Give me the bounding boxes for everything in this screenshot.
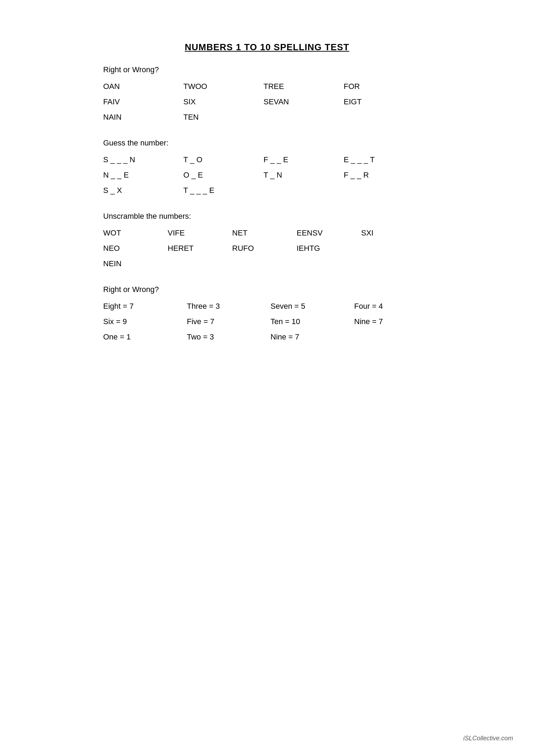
section-right-or-wrong-1: Right or Wrong? OAN TWOO TREE FOR FAIV S…	[103, 65, 431, 122]
unscramble-neo: NEO	[103, 244, 168, 253]
section-unscramble: Unscramble the numbers: WOT VIFE NET EEN…	[103, 212, 431, 268]
guess-t-o: T _ O	[183, 155, 264, 164]
word-sevan: SEVAN	[264, 97, 344, 106]
page-title: NUMBERS 1 TO 10 SPELLING TEST	[103, 42, 431, 53]
eq-seven-5: Seven = 5	[270, 302, 354, 311]
word-eigt: EIGT	[344, 97, 424, 106]
section-right-or-wrong-2: Right or Wrong? Eight = 7 Three = 3 Seve…	[103, 285, 431, 342]
section1-row-3: NAIN TEN	[103, 113, 431, 122]
word-ten: TEN	[183, 113, 264, 122]
section4-row-2: Six = 9 Five = 7 Ten = 10 Nine = 7	[103, 317, 431, 326]
unscramble-vife: VIFE	[168, 229, 232, 238]
section-guess-number: Guess the number: S _ _ _ N T _ O F _ _ …	[103, 139, 431, 195]
section4-row-3: One = 1 Two = 3 Nine = 7	[103, 332, 431, 342]
word-twoo: TWOO	[183, 82, 264, 91]
eq-five-7: Five = 7	[187, 317, 270, 326]
unscramble-iehtg: IEHTG	[297, 244, 361, 253]
eq-two-3: Two = 3	[187, 332, 270, 342]
section2-label: Guess the number:	[103, 139, 431, 148]
word-faiv: FAIV	[103, 97, 183, 106]
unscramble-sxi: SXI	[361, 229, 426, 238]
guess-s---n: S _ _ _ N	[103, 155, 183, 164]
guess-e---t: E _ _ _ T	[344, 155, 424, 164]
section3-row-3: NEIN	[103, 259, 431, 268]
unscramble-heret: HERET	[168, 244, 232, 253]
eq-ten-10: Ten = 10	[270, 317, 354, 326]
eq-eight-7: Eight = 7	[103, 302, 187, 311]
section3-row-1: WOT VIFE NET EENSV SXI	[103, 229, 431, 238]
word-oan: OAN	[103, 82, 183, 91]
eq-nine-7-2: Nine = 7	[270, 332, 354, 342]
section4-row-1: Eight = 7 Three = 3 Seven = 5 Four = 4	[103, 302, 431, 311]
eq-three-3: Three = 3	[187, 302, 270, 311]
eq-six-9: Six = 9	[103, 317, 187, 326]
section2-row-3: S _ X T _ _ _ E	[103, 186, 431, 195]
word-tree: TREE	[264, 82, 344, 91]
unscramble-eensv: EENSV	[297, 229, 361, 238]
unscramble-nein: NEIN	[103, 259, 168, 268]
word-nain: NAIN	[103, 113, 183, 122]
section3-row-2: NEO HERET RUFO IEHTG	[103, 244, 431, 253]
section4-label: Right or Wrong?	[103, 285, 431, 294]
guess-o-e: O _ E	[183, 171, 264, 180]
unscramble-net: NET	[232, 229, 297, 238]
guess-f--e: F _ _ E	[264, 155, 344, 164]
guess-f--r: F _ _ R	[344, 171, 424, 180]
section2-row-2: N _ _ E O _ E T _ N F _ _ R	[103, 171, 431, 180]
guess-t-n: T _ N	[264, 171, 344, 180]
eq-one-1: One = 1	[103, 332, 187, 342]
unscramble-rufo: RUFO	[232, 244, 297, 253]
eq-nine-7: Nine = 7	[354, 317, 438, 326]
section1-label: Right or Wrong?	[103, 65, 431, 74]
section1-row-2: FAIV SIX SEVAN EIGT	[103, 97, 431, 106]
section1-row-1: OAN TWOO TREE FOR	[103, 82, 431, 91]
word-for: FOR	[344, 82, 424, 91]
eq-four-4: Four = 4	[354, 302, 438, 311]
guess-n--e: N _ _ E	[103, 171, 183, 180]
section2-row-1: S _ _ _ N T _ O F _ _ E E _ _ _ T	[103, 155, 431, 164]
word-six: SIX	[183, 97, 264, 106]
guess-s-x: S _ X	[103, 186, 183, 195]
unscramble-wot: WOT	[103, 229, 168, 238]
footer-branding: iSLCollective.com	[463, 735, 513, 742]
guess-t---e: T _ _ _ E	[183, 186, 264, 195]
section3-label: Unscramble the numbers:	[103, 212, 431, 221]
